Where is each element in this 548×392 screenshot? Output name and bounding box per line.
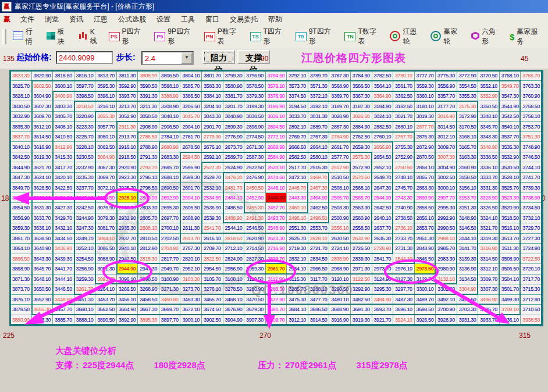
menu-item-帮助[interactable]: 帮助 (263, 13, 287, 26)
price-cell-2503.30: 2503.30 (329, 203, 351, 213)
price-cell-2772.10: 2772.10 (266, 132, 287, 142)
price-cell-3914.50: 3914.50 (308, 315, 330, 325)
toolbar-button-板块[interactable]: 板块 (47, 27, 72, 47)
toolbar-button-P数字表[interactable]: PNP数字表 (204, 27, 243, 47)
price-cell-3482.50: 3482.50 (351, 295, 372, 305)
price-cell-3412.90: 3412.90 (53, 142, 74, 152)
menu-item-工具[interactable]: 工具 (176, 13, 200, 26)
price-cell-2460.10: 2460.10 (287, 203, 308, 213)
support-level: 225度2944点 (83, 360, 134, 370)
price-cell-2877.70: 2877.70 (415, 122, 436, 131)
price-cell-3456.10: 3456.10 (117, 295, 138, 305)
chevron-down-icon[interactable]: ▼ (181, 52, 193, 64)
price-cell-3686.50: 3686.50 (308, 305, 330, 315)
toolbar-button-行情[interactable]: 行情 (13, 27, 40, 47)
price-cell-2884.90: 2884.90 (351, 122, 372, 131)
price-cell-3357.70: 3357.70 (436, 91, 457, 101)
toolbar-label: T数字表 (358, 27, 383, 47)
menu-item-文件[interactable]: 文件 (15, 13, 40, 26)
price-cell-2563.30: 2563.30 (351, 203, 372, 213)
price-cell-2738.50: 2738.50 (393, 213, 415, 223)
price-cell-3405.70: 3405.70 (53, 112, 74, 122)
menu-item-交易委托[interactable]: 交易委托 (225, 13, 263, 26)
price-cell-2947.30: 2947.30 (138, 264, 159, 274)
price-cell-3902.50: 3902.50 (202, 315, 223, 325)
price-cell-3624.10: 3624.10 (32, 173, 54, 183)
price-cell-3660.10: 3660.10 (74, 305, 96, 315)
price-cell-3854.50: 3854.50 (10, 203, 32, 213)
price-cell-3919.30: 3919.30 (351, 315, 372, 325)
price-cell-3804.10: 3804.10 (180, 71, 202, 81)
price-cell-3446.50: 3446.50 (53, 284, 74, 294)
toolbar-button-9P四方形[interactable]: P99P四方形 (154, 27, 197, 47)
step-label: 步长: (116, 52, 136, 63)
toolbar-button-江恩轮[interactable]: 江恩轮 (390, 27, 424, 47)
toolbar-button-K线[interactable]: K线 (79, 28, 102, 46)
price-cell-2959.30: 2959.30 (244, 264, 266, 274)
price-cell-2553.70: 2553.70 (308, 223, 330, 233)
price-cell-2584.90: 2584.90 (266, 152, 287, 162)
toolbar-button-赢家轮[interactable]: 赢家轮 (430, 27, 464, 47)
price-cell-3585.70: 3585.70 (180, 81, 202, 91)
angle-label-270: 270 (259, 332, 271, 340)
price-cell-3696.10: 3696.10 (393, 305, 415, 315)
price-cell-3684.10: 3684.10 (287, 305, 308, 315)
toolbar-button-T四方形[interactable]: TST四方形 (250, 27, 289, 47)
price-cell-2858.50: 2858.50 (415, 203, 436, 213)
toolbar-button-T数字表[interactable]: TNT数字表 (344, 27, 383, 47)
price-cell-2469.70: 2469.70 (308, 173, 330, 183)
price-cell-3904.90: 3904.90 (223, 315, 245, 325)
price-cell-3900.10: 3900.10 (180, 315, 202, 325)
price-cell-3504.10: 3504.10 (500, 275, 521, 284)
price-cell-3184.90: 3184.90 (372, 101, 394, 111)
price-cell-3321.70: 3321.70 (478, 223, 500, 233)
price-cell-3129.70: 3129.70 (415, 275, 436, 284)
price-cell-3861.70: 3861.70 (10, 234, 32, 244)
menu-item-窗口[interactable]: 窗口 (200, 13, 225, 26)
angle-label-225: 225 (3, 332, 15, 340)
price-cell-3316.90: 3316.90 (478, 244, 500, 254)
price-cell-2690.50: 2690.50 (159, 183, 181, 193)
menu-item-浏览[interactable]: 浏览 (40, 13, 64, 26)
toolbar-button-六角形[interactable]: 六角形 (471, 27, 503, 47)
price-cell-3302.50: 3302.50 (436, 284, 457, 294)
price-cell-2601.70: 2601.70 (180, 183, 202, 193)
price-cell-2455.30: 2455.30 (244, 203, 266, 213)
price-cell-3806.50: 3806.50 (159, 71, 181, 81)
pressure-label: 压力： (258, 360, 284, 370)
price-cell-2956.90: 2956.90 (223, 264, 245, 274)
price-cell-3292.90: 3292.90 (351, 284, 372, 294)
price-cell-3223.30: 3223.30 (74, 122, 96, 131)
price-cell-3518.50: 3518.50 (500, 213, 521, 223)
resistance-button[interactable]: 阻力位 (202, 50, 235, 64)
price-cell-3770.50: 3770.50 (478, 71, 500, 81)
price-cell-3408.10: 3408.10 (53, 122, 74, 131)
toolbar-drag-handle[interactable] (2, 29, 6, 44)
start-price-input[interactable] (56, 51, 113, 64)
price-cell-3132.10: 3132.10 (436, 275, 457, 284)
price-cell-3444.10: 3444.10 (53, 275, 74, 284)
price-cell-3410.50: 3410.50 (53, 132, 74, 142)
price-cell-3931.30: 3931.30 (457, 315, 479, 325)
toolbar-button-9T四方形[interactable]: T99T四方形 (296, 27, 338, 47)
price-cell-2568.10: 2568.10 (351, 183, 372, 193)
price-cell-2880.10: 2880.10 (393, 122, 415, 131)
toolbar-button-赢家服务[interactable]: $赢家服务 (510, 27, 545, 47)
step-select[interactable]: 2.4 ▼ (141, 51, 194, 65)
price-cell-3727.30: 3727.30 (521, 234, 542, 244)
menu-item-江恩[interactable]: 江恩 (88, 13, 113, 26)
menu-item-资讯[interactable]: 资讯 (64, 13, 88, 26)
toolbar-button-P四方形[interactable]: PSP四方形 (109, 27, 148, 47)
price-cell-3643.30: 3643.30 (32, 254, 54, 264)
price-cell-3708.10: 3708.10 (500, 305, 521, 315)
menu-item-设置[interactable]: 设置 (151, 13, 176, 26)
price-cell-3012.10: 3012.10 (436, 132, 457, 142)
menu-item-公式选股[interactable]: 公式选股 (113, 13, 151, 26)
price-cell-3710.50: 3710.50 (521, 305, 542, 315)
price-cell-3300.10: 3300.10 (415, 284, 436, 294)
price-cell-3228.10: 3228.10 (74, 142, 96, 152)
price-cell-2810.50: 2810.50 (138, 234, 159, 244)
price-cell-3544.90: 3544.90 (500, 101, 521, 111)
price-cell-2464.90: 2464.90 (308, 193, 330, 203)
price-cell-3206.50: 3206.50 (180, 101, 202, 111)
